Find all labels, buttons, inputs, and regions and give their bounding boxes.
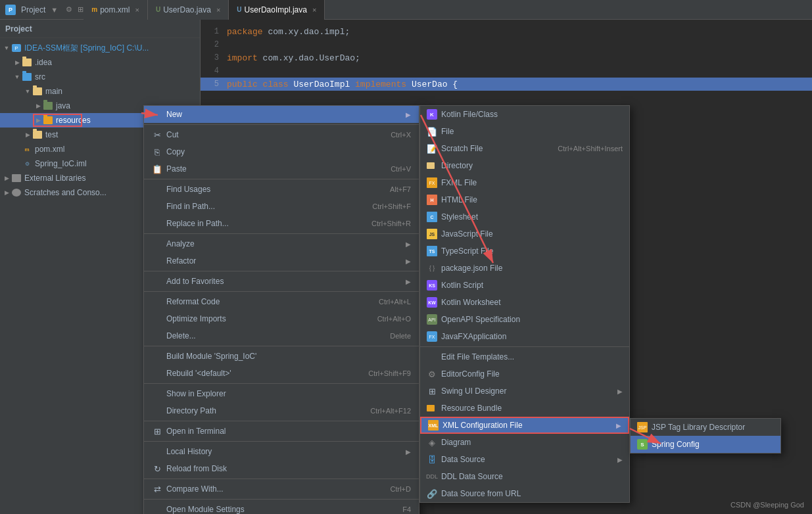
ctx-item-optimize[interactable]: Optimize Imports Ctrl+Alt+O bbox=[144, 310, 419, 327]
sub-ks-icon: KS bbox=[427, 280, 437, 291]
ctx-optimize-icon bbox=[152, 314, 162, 324]
sub-diagram[interactable]: ◈ Diagram bbox=[420, 434, 629, 451]
folder-icon-src bbox=[22, 73, 32, 81]
ctx-item-history[interactable]: Local History ▶ bbox=[144, 443, 419, 460]
tree-item-idea[interactable]: ▶ .idea bbox=[0, 55, 200, 70]
layout-icon[interactable]: ⊞ bbox=[78, 5, 84, 14]
tab-pom-icon: m bbox=[91, 6, 97, 13]
ctx-new-left: New bbox=[152, 109, 182, 120]
sub-openapi[interactable]: API OpenAPI Specification bbox=[420, 311, 629, 328]
ctx-item-refactor[interactable]: Refactor ▶ bbox=[144, 252, 419, 269]
ctx-build-icon bbox=[152, 351, 162, 362]
ctx-terminal-label: Open in Terminal bbox=[166, 427, 226, 436]
ctx-item-compare[interactable]: ⇄ Compare With... Ctrl+D bbox=[144, 480, 419, 498]
project-dropdown-arrow[interactable]: ▼ bbox=[51, 6, 58, 14]
sub-rb-icon bbox=[427, 405, 435, 411]
sub-pkgjson[interactable]: { } package.json File bbox=[420, 260, 629, 277]
ctx-item-reload[interactable]: ↻ Reload from Disk bbox=[144, 460, 419, 477]
line-number-1: 1 bbox=[201, 27, 227, 36]
sub-css[interactable]: C Stylesheet bbox=[420, 208, 629, 225]
ctx-explorer-label: Show in Explorer bbox=[166, 389, 226, 398]
ctx-item-dirpath[interactable]: Directory Path Ctrl+Alt+F12 bbox=[144, 402, 419, 419]
sub-css-left: C Stylesheet bbox=[427, 212, 478, 222]
sub-file[interactable]: 📄 File bbox=[420, 123, 629, 140]
sub-ddl[interactable]: DDL DDL Data Source bbox=[420, 468, 629, 485]
sub-et-left: Edit File Templates... bbox=[427, 352, 514, 362]
title-bar: P Project ▼ ⚙ ⊞ m pom.xml × U UserDao.ja… bbox=[0, 0, 812, 20]
code-line-1: 1 package com.xy.dao.impl; bbox=[201, 25, 812, 38]
ctx-item-favorites[interactable]: Add to Favorites ▶ bbox=[144, 273, 419, 290]
sub-file-icon: 📄 bbox=[427, 126, 437, 137]
sub-xml-config[interactable]: XML XML Configuration File ▶ bbox=[420, 417, 629, 434]
ctx-item-analyze[interactable]: Analyze ▶ bbox=[144, 235, 419, 252]
ctx-item-delete[interactable]: Delete... Delete bbox=[144, 327, 419, 344]
sub-spring-label: Spring Config bbox=[652, 440, 700, 449]
sub-diagram-left: ◈ Diagram bbox=[427, 437, 471, 448]
line-number-5: 5 bbox=[201, 80, 227, 89]
ctx-paste-icon: 📋 bbox=[152, 164, 162, 174]
sub-scratch-icon: 📝 bbox=[427, 143, 437, 154]
code-content-5: public class UserDaoImpl implements User… bbox=[227, 80, 458, 89]
sub-ts[interactable]: TS TypeScript File bbox=[420, 243, 629, 260]
sub-scratch[interactable]: 📝 Scratch File Ctrl+Alt+Shift+Insert bbox=[420, 140, 629, 157]
tab-userdaoimpl[interactable]: U UserDaoImpl.java × bbox=[229, 0, 325, 20]
sub-swing[interactable]: ⊞ Swing UI Designer ▶ bbox=[420, 383, 629, 400]
ctx-item-cut[interactable]: ✂ Cut Ctrl+X bbox=[144, 126, 419, 143]
sub-spring-config[interactable]: S Spring Config bbox=[631, 436, 780, 453]
sub-js[interactable]: JS JavaScript File bbox=[420, 225, 629, 243]
ctx-cut-label: Cut bbox=[166, 130, 179, 139]
sub-css-label: Stylesheet bbox=[441, 212, 478, 222]
tree-item-root[interactable]: ▼ P IDEA-SSM框架 [Spring_IoC] C:\U... bbox=[0, 41, 200, 55]
sub-edit-templates[interactable]: Edit File Templates... bbox=[420, 348, 629, 365]
sub-kotlin-ws[interactable]: KW Kotlin Worksheet bbox=[420, 294, 629, 311]
tab-pom[interactable]: m pom.xml × bbox=[84, 0, 148, 20]
tree-item-src[interactable]: ▼ src bbox=[0, 70, 200, 84]
ctx-item-terminal[interactable]: ⊞ Open in Terminal bbox=[144, 423, 419, 440]
ctx-item-rebuild[interactable]: Rebuild '<default>' Ctrl+Shift+F9 bbox=[144, 365, 419, 382]
sub-javafx-icon: FX bbox=[427, 331, 437, 342]
ctx-new-arrow: ▶ bbox=[406, 111, 411, 118]
tab-userdao-close[interactable]: × bbox=[216, 6, 220, 14]
sub-kotlin-file[interactable]: K Kotlin File/Class bbox=[420, 106, 629, 123]
sub-ts-label: TypeScript File bbox=[441, 246, 493, 256]
ctx-module-icon bbox=[152, 504, 162, 514]
ctx-history-icon bbox=[152, 446, 162, 457]
sub-openapi-icon: API bbox=[427, 314, 437, 325]
sub-kotlin-script[interactable]: KS Kotlin Script bbox=[420, 277, 629, 294]
sub-javafx-left: FX JavaFXApplication bbox=[427, 331, 506, 342]
sub-datasource[interactable]: 🗄 Data Source ▶ bbox=[420, 451, 629, 468]
ctx-item-paste[interactable]: 📋 Paste Ctrl+V bbox=[144, 160, 419, 177]
ctx-item-find-usages[interactable]: Find Usages Alt+F7 bbox=[144, 181, 419, 198]
settings-icon[interactable]: ⚙ bbox=[66, 5, 72, 14]
sub-html[interactable]: H HTML File bbox=[420, 191, 629, 208]
sub-scratch-shortcut: Ctrl+Alt+Shift+Insert bbox=[558, 145, 623, 152]
ctx-history-arrow: ▶ bbox=[406, 448, 411, 456]
ctx-item-replace-path[interactable]: Replace in Path... Ctrl+Shift+R bbox=[144, 215, 419, 232]
sub-resbundle[interactable]: Resource Bundle bbox=[420, 400, 629, 417]
sub-ddl-left: DDL DDL Data Source bbox=[427, 471, 503, 482]
ctx-item-copy[interactable]: ⎘ Copy bbox=[144, 143, 419, 160]
ctx-item-new[interactable]: New ▶ bbox=[144, 106, 419, 123]
ctx-item-show-explorer[interactable]: Show in Explorer bbox=[144, 385, 419, 402]
sub-jsp-tag[interactable]: JSP JSP Tag Library Descriptor bbox=[631, 419, 780, 436]
tree-item-main[interactable]: ▼ main bbox=[0, 84, 200, 99]
tab-pom-close[interactable]: × bbox=[135, 6, 139, 14]
tree-arrow-main: ▼ bbox=[24, 87, 32, 95]
ctx-build-label: Build Module 'Spring_IoC' bbox=[166, 352, 256, 361]
sub-editorconfig[interactable]: ⚙ EditorConfig File bbox=[420, 365, 629, 383]
tab-userdao[interactable]: U UserDao.java × bbox=[148, 0, 229, 20]
tab-userdaoimpl-close[interactable]: × bbox=[312, 6, 316, 14]
ctx-item-module-settings[interactable]: Open Module Settings F4 bbox=[144, 501, 419, 514]
sub-javafx[interactable]: FX JavaFXApplication bbox=[420, 328, 629, 345]
tab-bar: m pom.xml × U UserDao.java × U UserDaoIm… bbox=[84, 0, 807, 20]
sub-ds-url[interactable]: 🔗 Data Source from URL bbox=[420, 485, 629, 502]
ctx-compare-label: Compare With... bbox=[166, 484, 224, 494]
ctx-sep-5 bbox=[144, 346, 419, 346]
tree-label-root: IDEA-SSM框架 [Spring_IoC] C:\U... bbox=[24, 43, 149, 54]
ctx-item-find-path[interactable]: Find in Path... Ctrl+Shift+F bbox=[144, 198, 419, 215]
sub-directory[interactable]: Directory bbox=[420, 157, 629, 174]
ctx-refactor-label: Refactor bbox=[166, 256, 196, 266]
sub-fxml[interactable]: FX FXML File bbox=[420, 174, 629, 191]
ctx-item-reformat[interactable]: Reformat Code Ctrl+Alt+L bbox=[144, 293, 419, 310]
ctx-item-build[interactable]: Build Module 'Spring_IoC' bbox=[144, 348, 419, 365]
